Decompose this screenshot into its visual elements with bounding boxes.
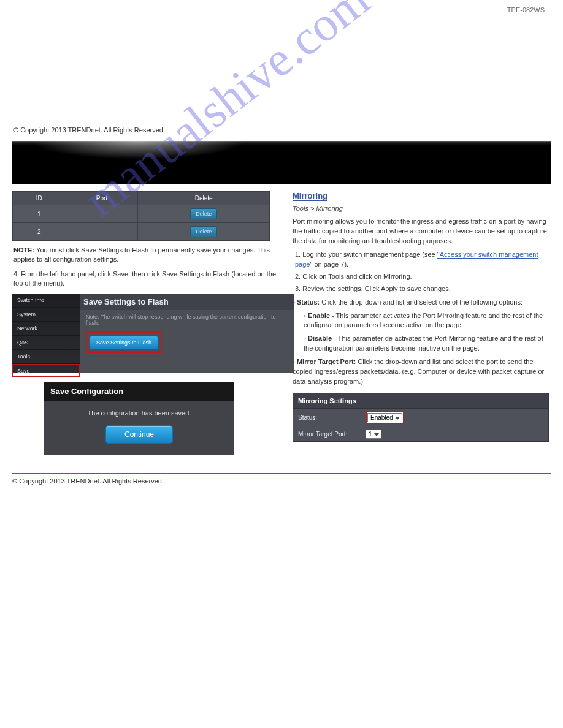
banner-glow — [31, 141, 245, 159]
note-lead: NOTE: — [13, 246, 34, 254]
step-2: 2. Click on Tools and click on Mirroring… — [295, 272, 551, 282]
step-num: 2. — [295, 273, 301, 280]
mirroring-settings-panel: Mirroring Settings Status: Enabled Mirro… — [293, 393, 549, 442]
col-delete: Delete — [138, 192, 270, 205]
step-num: 1. — [295, 251, 301, 258]
sidebar-item-switchinfo[interactable]: Switch Info — [12, 294, 80, 308]
cell-id: 2 — [13, 223, 66, 241]
top-copyright: © Copyright 2013 TRENDnet. All Rights Re… — [13, 126, 165, 134]
col-id: ID — [13, 192, 66, 205]
bullet-enable: ◦ Enable - This parameter activates the … — [304, 311, 551, 331]
mir-row-port: Mirror Target Port: 1 — [293, 427, 548, 441]
note-paragraph: NOTE: You must click Save Settings to Fl… — [13, 246, 278, 265]
sidebar-item-system[interactable]: System — [12, 308, 80, 322]
sc-title: Save Configuration — [44, 382, 234, 401]
ssf-title: Save Settings to Flash — [80, 294, 294, 310]
cell-id: 1 — [13, 205, 66, 223]
bullet-lead: Enable — [308, 312, 330, 319]
bullet-lead: Status: — [297, 298, 320, 306]
bullet-status: • Status: Click the drop-down and list a… — [293, 298, 551, 308]
mirroring-intro: Port mirroring allows you to monitor the… — [293, 217, 551, 246]
save-settings-panel: Switch Info System Network QoS Tools Sav… — [12, 294, 294, 373]
step-tail: on page 7). — [314, 260, 348, 268]
status-highlight-box: Enabled — [366, 411, 404, 424]
sidebar-item-network[interactable]: Network — [12, 322, 80, 336]
breadcrumb: Tools > Mirroring — [293, 205, 551, 212]
note-text: You must click Save Settings to Flash to… — [13, 246, 270, 263]
mir-status-label: Status: — [298, 414, 366, 421]
sc-message: The configuration has been saved. — [44, 401, 234, 425]
bullet-disable: ◦ Disable - This parameter de-activates … — [304, 334, 551, 354]
ssf-main: Save Settings to Flash Note: The switch … — [80, 294, 294, 373]
save-confirmation: Save Configuration The configuration has… — [44, 382, 234, 455]
ports-table: ID Port Delete 1 Delete 2 — [12, 191, 270, 241]
step-1: 1. Log into your switch management page … — [295, 250, 551, 270]
cell-delete: Delete — [138, 223, 270, 241]
ssf-highlight-box: Save Settings to Flash — [86, 332, 162, 353]
save-settings-button[interactable]: Save Settings to Flash — [90, 336, 158, 349]
side-nav: Switch Info System Network QoS Tools Sav… — [12, 294, 80, 373]
step-4: 4. From the left hand panel, click Save,… — [13, 270, 278, 289]
section-heading: Mirroring — [293, 191, 327, 201]
delete-button[interactable]: Delete — [190, 226, 217, 237]
step-text: Log into your switch management page (se… — [302, 251, 437, 258]
mir-row-status: Status: Enabled — [293, 409, 548, 427]
footer: © Copyright 2013 TRENDnet. All Rights Re… — [12, 473, 551, 485]
sidebar-item-save[interactable]: Save — [12, 364, 80, 377]
sidebar-item-tools[interactable]: Tools — [12, 350, 80, 364]
table-row: 2 Delete — [13, 223, 270, 241]
delete-button[interactable]: Delete — [190, 208, 217, 219]
bullet-lead: Mirror Target Port: — [297, 358, 356, 365]
bullet-text: Click the drop-down and list and select … — [320, 298, 523, 306]
mirror-target-paragraph: • Mirror Target Port: Click the drop-dow… — [293, 357, 551, 387]
continue-button[interactable]: Continue — [105, 425, 173, 444]
step-text: Click on Tools and click on Mirroring. — [302, 273, 412, 280]
step-num: 3. — [295, 285, 301, 292]
table-row: 1 Delete — [13, 205, 270, 223]
bullet-lead: Disable — [308, 335, 332, 342]
col-port: Port — [66, 192, 138, 205]
status-select[interactable]: Enabled — [367, 413, 402, 422]
banner — [12, 141, 551, 184]
ssf-note: Note: The switch will stop responding wh… — [86, 314, 288, 326]
footer-copyright: © Copyright 2013 TRENDnet. All Rights Re… — [12, 477, 164, 485]
sidebar-item-qos[interactable]: QoS — [12, 336, 80, 350]
bullet-text: - This parameter de-activates the Port M… — [304, 335, 543, 352]
cell-port — [66, 205, 138, 223]
cell-delete: Delete — [138, 205, 270, 223]
step-text: Review the settings. Click Apply to save… — [302, 285, 451, 292]
bullet-text: - This parameter activates the Port Mirr… — [304, 312, 543, 329]
target-port-select[interactable]: 1 — [366, 430, 381, 439]
cell-port — [66, 223, 138, 241]
mir-title: Mirroring Settings — [293, 393, 548, 409]
step-3: 3. Review the settings. Click Apply to s… — [295, 284, 551, 294]
mir-port-label: Mirror Target Port: — [298, 431, 366, 438]
